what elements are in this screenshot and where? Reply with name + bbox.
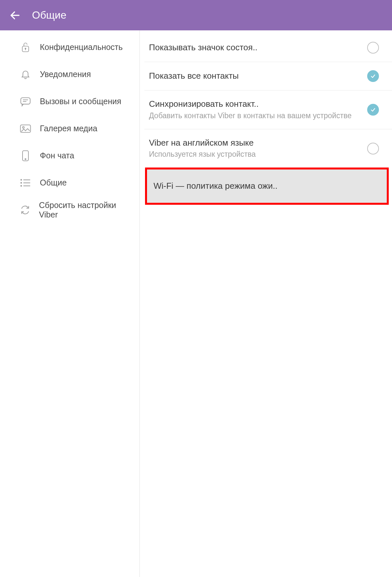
checkbox-checked[interactable] [367, 104, 379, 116]
sidebar-item-label: Вызовы и сообщения [40, 97, 121, 106]
content-area: Конфиденциальность Уведомления Вызов [0, 30, 392, 577]
setting-title: Показывать значок состоя.. [149, 42, 362, 53]
setting-text: Синхронизировать контакт.. Добавить конт… [149, 99, 367, 121]
svg-rect-4 [21, 98, 30, 104]
list-icon [19, 176, 32, 189]
sidebar-item-calls-messages[interactable]: Вызовы и сообщения [0, 88, 139, 115]
bell-icon [19, 68, 32, 81]
setting-wifi-sleep-policy[interactable]: Wi-Fi — политика режима ожи.. [145, 168, 389, 205]
setting-title: Wi-Fi — политика режима ожи.. [154, 181, 380, 192]
svg-point-11 [21, 179, 22, 180]
setting-subtitle: Используется язык устройства [149, 150, 362, 159]
sidebar-item-notifications[interactable]: Уведомления [0, 61, 139, 88]
image-icon [19, 122, 32, 135]
sidebar-item-chat-background[interactable]: Фон чата [0, 142, 139, 169]
setting-sync-contacts[interactable]: Синхронизировать контакт.. Добавить конт… [144, 90, 392, 129]
main-panel: Показывать значок состоя.. Показать все … [140, 30, 392, 577]
sidebar: Конфиденциальность Уведомления Вызов [0, 30, 140, 577]
setting-title: Синхронизировать контакт.. [149, 99, 362, 110]
message-icon [19, 95, 32, 108]
sidebar-item-label: Галерея медиа [40, 124, 97, 133]
checkbox-unchecked[interactable] [367, 143, 379, 154]
setting-title: Viber на английском языке [149, 137, 362, 149]
setting-text: Viber на английском языке Используется я… [149, 137, 367, 160]
checkbox-unchecked[interactable] [367, 42, 379, 54]
phone-icon [19, 149, 32, 162]
svg-point-13 [21, 182, 22, 183]
svg-point-8 [23, 126, 24, 128]
setting-subtitle: Добавить контакты Viber в контакты на ва… [149, 111, 362, 121]
setting-title: Показать все контакты [149, 71, 362, 82]
sidebar-item-reset-settings[interactable]: Сбросить настройки Viber [0, 196, 139, 223]
page-title: Общие [32, 9, 66, 21]
setting-show-all-contacts[interactable]: Показать все контакты [144, 62, 392, 90]
sidebar-item-label: Фон чата [40, 151, 74, 160]
app-header: Общие [0, 0, 392, 30]
sidebar-item-label: Конфиденциальность [40, 42, 123, 52]
sidebar-item-label: Уведомления [40, 70, 91, 79]
sidebar-item-general[interactable]: Общие [0, 169, 139, 196]
sidebar-item-label: Сбросить настройки Viber [39, 200, 130, 219]
svg-point-10 [25, 158, 26, 159]
back-icon[interactable] [9, 9, 21, 21]
sidebar-item-media-gallery[interactable]: Галерея медиа [0, 115, 139, 142]
setting-text: Показать все контакты [149, 71, 367, 82]
setting-show-status-icon[interactable]: Показывать значок состоя.. [144, 34, 392, 62]
lock-icon [19, 41, 32, 54]
setting-text: Показывать значок состоя.. [149, 42, 367, 53]
svg-point-2 [25, 48, 26, 49]
sidebar-item-label: Общие [40, 178, 67, 187]
refresh-icon [19, 203, 31, 216]
sidebar-item-privacy[interactable]: Конфиденциальность [0, 34, 139, 61]
checkbox-checked[interactable] [367, 70, 379, 82]
svg-point-15 [21, 185, 22, 186]
setting-viber-english[interactable]: Viber на английском языке Используется я… [144, 129, 392, 168]
